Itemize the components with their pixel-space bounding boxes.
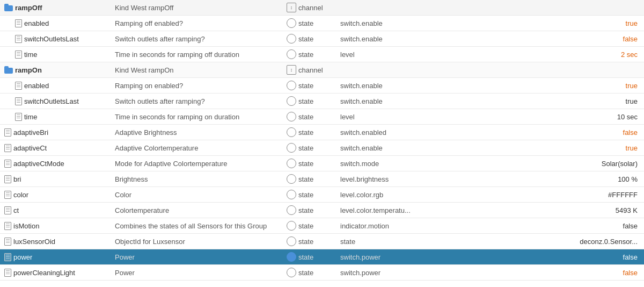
table-row[interactable]: switchOutletsLastSwitch outlets after ra… bbox=[0, 31, 644, 47]
state-icon bbox=[287, 18, 296, 28]
table-row[interactable]: briBrightnessstatelevel.brightness100 % bbox=[0, 171, 644, 187]
col-type-detail: level.color.rgb bbox=[340, 191, 426, 199]
table-row[interactable]: powerPowerstateswitch.powerfalse bbox=[0, 249, 644, 265]
col-description: Color bbox=[115, 191, 287, 199]
file-icon bbox=[4, 206, 11, 214]
item-name: switchOutletsLast bbox=[24, 97, 79, 105]
col-type-icon: state bbox=[287, 190, 340, 199]
state-icon bbox=[287, 81, 296, 90]
table-row[interactable]: timeTime in seconds for ramping on durat… bbox=[0, 109, 644, 125]
col-description: Switch outlets after ramping? bbox=[115, 35, 287, 43]
table-row[interactable]: rampOffKind West rampOff↕channel bbox=[0, 0, 644, 16]
file-icon bbox=[4, 191, 11, 199]
col-value: false bbox=[426, 222, 642, 230]
table-row[interactable]: luxSensorOidObjectId for Luxsensorstates… bbox=[0, 234, 644, 249]
col-role: state bbox=[298, 51, 331, 59]
col-role: state bbox=[298, 160, 331, 168]
table-row[interactable]: timeTime in seconds for ramping off dura… bbox=[0, 47, 644, 62]
file-icon bbox=[15, 35, 22, 43]
file-icon bbox=[4, 222, 11, 230]
col-type-icon: state bbox=[287, 268, 340, 277]
table-row[interactable]: enabledRamping off enabled?stateswitch.e… bbox=[0, 16, 644, 31]
col-type-icon: state bbox=[287, 96, 340, 106]
item-name: enabled bbox=[24, 19, 49, 27]
col-value: true bbox=[426, 19, 642, 27]
col-value: true bbox=[426, 144, 642, 152]
col-type-detail: level bbox=[340, 113, 426, 121]
col-role: state bbox=[298, 128, 331, 137]
col-name: switchOutletsLast bbox=[2, 35, 115, 43]
table-row[interactable]: isMotionCombines the states of all Senso… bbox=[0, 218, 644, 234]
file-icon bbox=[15, 82, 22, 90]
table-row[interactable]: adaptiveBriAdaptive Brightnessstateswitc… bbox=[0, 125, 644, 140]
item-name: bri bbox=[13, 175, 21, 183]
table-row[interactable]: adaptiveCtModeMode for Adaptive Colortem… bbox=[0, 156, 644, 171]
table-row[interactable]: colorColorstatelevel.color.rgb#FFFFFF bbox=[0, 187, 644, 203]
col-value: 2 sec bbox=[426, 51, 642, 59]
col-description: Power bbox=[115, 269, 287, 277]
col-value: #FFFFFF bbox=[426, 191, 642, 199]
col-description: Adaptive Colortemperature bbox=[115, 144, 287, 152]
col-type-icon: ↕channel bbox=[287, 65, 340, 75]
col-type-detail: switch.enable bbox=[340, 35, 426, 43]
item-name: ct bbox=[13, 206, 19, 214]
col-description: Brightness bbox=[115, 175, 287, 183]
col-name: adaptiveCtMode bbox=[2, 160, 115, 168]
state-icon bbox=[287, 190, 296, 199]
col-name: enabled bbox=[2, 19, 115, 27]
col-type-icon: state bbox=[287, 49, 340, 59]
file-icon bbox=[15, 19, 22, 27]
item-name: switchOutletsLast bbox=[24, 35, 79, 43]
col-type-icon: state bbox=[287, 236, 340, 246]
col-type-icon: state bbox=[287, 221, 340, 231]
state-icon bbox=[287, 143, 296, 153]
col-name: power bbox=[2, 253, 115, 261]
col-name: time bbox=[2, 113, 115, 121]
col-type-detail: level.color.temperatu... bbox=[340, 206, 426, 214]
col-description: Ramping off enabled? bbox=[115, 19, 287, 27]
col-type-detail: level.brightness bbox=[340, 175, 426, 183]
state-icon bbox=[287, 236, 296, 246]
col-type-detail: switch.power bbox=[340, 253, 426, 261]
col-description: Kind West rampOn bbox=[115, 66, 287, 74]
col-type-icon: state bbox=[287, 112, 340, 121]
col-role: channel bbox=[298, 4, 331, 12]
col-type-detail: switch.enable bbox=[340, 97, 426, 105]
channel-icon: ↕ bbox=[287, 65, 296, 75]
table-row[interactable]: rampOnKind West rampOn↕channel bbox=[0, 62, 644, 78]
col-value: false bbox=[426, 128, 642, 137]
col-name: time bbox=[2, 51, 115, 59]
state-icon bbox=[287, 268, 296, 277]
item-name: adaptiveCt bbox=[13, 144, 47, 152]
col-name: switchOutletsLast bbox=[2, 97, 115, 105]
state-icon bbox=[287, 96, 296, 106]
table-row[interactable]: ctColortemperaturestatelevel.color.tempe… bbox=[0, 203, 644, 218]
col-type-icon: state bbox=[287, 252, 340, 262]
state-icon bbox=[287, 127, 296, 137]
col-type-detail: switch.enable bbox=[340, 144, 426, 152]
col-type-detail: level bbox=[340, 51, 426, 59]
folder-icon bbox=[4, 66, 13, 74]
item-name: power bbox=[13, 253, 32, 261]
col-name: adaptiveCt bbox=[2, 144, 115, 152]
table-row[interactable]: enabledRamping on enabled?stateswitch.en… bbox=[0, 78, 644, 94]
col-role: state bbox=[298, 113, 331, 121]
col-description: Colortemperature bbox=[115, 206, 287, 214]
state-icon bbox=[287, 205, 296, 215]
col-role: state bbox=[298, 175, 331, 183]
col-type-icon: state bbox=[287, 143, 340, 153]
col-value: true bbox=[426, 82, 642, 90]
table-row[interactable]: powerCleaningLightPowerstateswitch.power… bbox=[0, 265, 644, 281]
table-row[interactable]: switchOutletsLastSwitch outlets after ra… bbox=[0, 94, 644, 109]
col-description: Power bbox=[115, 253, 287, 261]
col-type-detail: state bbox=[340, 238, 426, 246]
file-icon bbox=[15, 51, 22, 59]
table-row[interactable]: adaptiveCtAdaptive Colortemperaturestate… bbox=[0, 140, 644, 156]
col-value: true bbox=[426, 97, 642, 105]
state-icon bbox=[287, 34, 296, 44]
col-description: Ramping on enabled? bbox=[115, 82, 287, 90]
col-value: deconz.0.Sensor... bbox=[426, 238, 642, 246]
col-name: enabled bbox=[2, 82, 115, 90]
item-name: isMotion bbox=[13, 222, 39, 230]
col-type-detail: indicator.motion bbox=[340, 222, 426, 230]
